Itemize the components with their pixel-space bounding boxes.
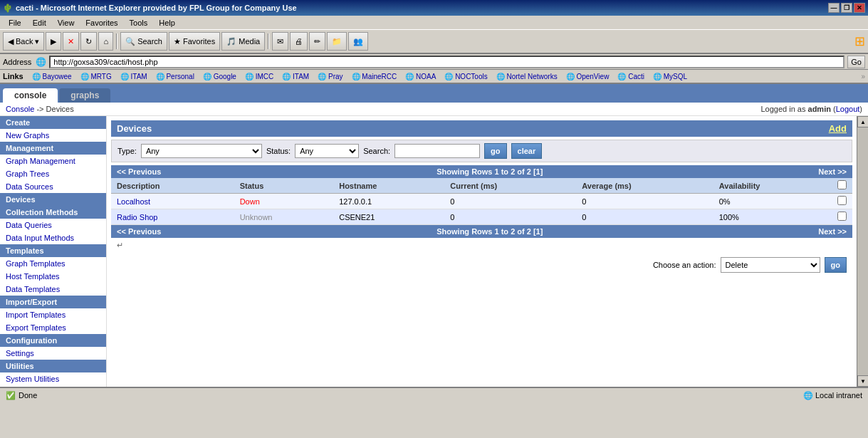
refresh-button[interactable]: ↻ <box>80 32 97 51</box>
row-checkbox-1[interactable] <box>837 212 847 221</box>
sidebar-item-graph-trees[interactable]: Graph Trees <box>0 167 106 180</box>
link-personal[interactable]: 🌐 Personal <box>152 72 199 81</box>
address-input[interactable] <box>49 56 845 68</box>
link-mrtg[interactable]: 🌐 MRTG <box>76 72 116 81</box>
col-availability: Availability <box>713 178 832 194</box>
link-mainercc[interactable]: 🌐 MaineRCC <box>347 72 402 81</box>
status-select[interactable]: Any <box>295 144 359 158</box>
go-button[interactable]: go <box>484 143 506 159</box>
next-link-top[interactable]: Next >> <box>818 167 847 176</box>
link-google[interactable]: 🌐 Google <box>199 72 241 81</box>
intranet-icon: 🌐 <box>803 391 813 400</box>
folder-icon: 📁 <box>332 37 342 46</box>
sidebar-item-export-templates[interactable]: Export Templates <box>0 321 106 334</box>
sidebar-item-new-graphs[interactable]: New Graphs <box>0 129 106 142</box>
sidebar-item-data-sources[interactable]: Data Sources <box>0 180 106 193</box>
login-info: Logged in as admin (Logout) <box>760 105 862 113</box>
showing-text-top: Showing Rows 1 to 2 of 2 [1] <box>436 167 543 176</box>
right-scrollbar[interactable]: ▲ ▼ <box>857 116 868 387</box>
tab-graphs[interactable]: graphs <box>59 88 110 103</box>
title-bar-icon: 🌵 <box>3 4 13 13</box>
prev-link-bottom[interactable]: << Previous <box>117 227 161 236</box>
menu-edit[interactable]: Edit <box>27 17 52 28</box>
home-button[interactable]: ⌂ <box>98 32 113 51</box>
action-select[interactable]: Delete <box>721 257 820 273</box>
sidebar-item-graph-management[interactable]: Graph Management <box>0 155 106 167</box>
device-link-0[interactable]: Localhost <box>117 197 150 206</box>
folder-button[interactable]: 📁 <box>327 32 347 51</box>
users-button[interactable]: 👥 <box>348 32 368 51</box>
sidebar-item-settings[interactable]: Settings <box>0 347 106 360</box>
sidebar-item-data-templates[interactable]: Data Templates <box>0 283 106 296</box>
sidebar-item-graph-templates[interactable]: Graph Templates <box>0 257 106 270</box>
breadcrumb-console-link[interactable]: Console <box>6 105 34 113</box>
link-noaa[interactable]: 🌐 NOAA <box>401 72 440 81</box>
back-icon: ◀ <box>8 37 14 46</box>
sidebar-item-data-input-methods[interactable]: Data Input Methods <box>0 231 106 244</box>
panel-title: Devices <box>117 123 152 134</box>
action-label: Choose an action: <box>653 261 716 269</box>
next-link-bottom[interactable]: Next >> <box>818 227 847 236</box>
forward-button[interactable]: ▶ <box>46 32 61 51</box>
link-bayowee[interactable]: 🌐 Bayowee <box>28 72 76 81</box>
scroll-up-button[interactable]: ▲ <box>857 116 868 127</box>
action-go-button[interactable]: go <box>825 257 847 273</box>
scroll-down-button[interactable]: ▼ <box>857 375 868 387</box>
sidebar-item-host-templates[interactable]: Host Templates <box>0 270 106 283</box>
sidebar-item-data-queries[interactable]: Data Queries <box>0 219 106 231</box>
sidebar-item-devices[interactable]: Devices <box>0 193 106 206</box>
edit-button[interactable]: ✏ <box>309 32 325 51</box>
cell-hostname-0: 127.0.0.1 <box>333 194 444 209</box>
cell-current-1: 0 <box>444 209 576 225</box>
sidebar-item-import-templates[interactable]: Import Templates <box>0 308 106 321</box>
link-itam1[interactable]: 🌐 ITAM <box>116 72 152 81</box>
restore-button[interactable]: ❐ <box>841 3 852 13</box>
media-button[interactable]: 🎵 Media <box>221 32 265 51</box>
cell-average-0: 0 <box>576 194 713 209</box>
mail-button[interactable]: ✉ <box>272 32 288 51</box>
breadcrumb-current: Devices <box>46 105 74 113</box>
link-mysql[interactable]: 🌐 MySQL <box>649 72 691 81</box>
tab-console[interactable]: console <box>3 88 58 103</box>
print-button[interactable]: 🖨 <box>290 32 308 51</box>
stop-button[interactable]: ✕ <box>63 32 79 51</box>
close-button[interactable]: ✕ <box>854 3 865 13</box>
menu-view[interactable]: View <box>52 17 80 28</box>
col-checkbox <box>832 178 852 194</box>
row-checkbox-0[interactable] <box>837 196 847 205</box>
status-left: ✅ Done <box>6 391 37 400</box>
return-icon: ↵ <box>117 241 123 249</box>
minimize-button[interactable]: — <box>828 3 840 13</box>
add-link[interactable]: Add <box>829 123 847 134</box>
clear-button[interactable]: clear <box>511 143 543 159</box>
sidebar-item-system-utilities[interactable]: System Utilities <box>0 372 106 385</box>
link-nortel[interactable]: 🌐 Nortel Networks <box>492 72 562 81</box>
search-input[interactable] <box>394 144 480 158</box>
cell-availability-1: 100% <box>713 209 832 225</box>
search-label: Search: <box>363 147 390 155</box>
favorites-button[interactable]: ★ Favorites <box>169 32 220 51</box>
back-button[interactable]: ◀ Back ▾ <box>3 32 44 51</box>
link-openview[interactable]: 🌐 OpenView <box>562 72 614 81</box>
menu-favorites[interactable]: Favorites <box>80 17 123 28</box>
menu-tools[interactable]: Tools <box>124 17 154 28</box>
link-pray[interactable]: 🌐 Pray <box>313 72 347 81</box>
type-select[interactable]: Any <box>141 144 262 158</box>
link-noctools[interactable]: 🌐 NOCTools <box>440 72 491 81</box>
content-wrapper: Create New Graphs Management Graph Manag… <box>0 116 868 387</box>
menu-file[interactable]: File <box>3 17 27 28</box>
device-link-1[interactable]: Radio Shop <box>117 213 158 221</box>
link-imcc[interactable]: 🌐 IMCC <box>241 72 278 81</box>
col-description: Description <box>111 178 234 194</box>
address-go-button[interactable]: Go <box>847 56 865 68</box>
panel-header: Devices Add <box>111 120 852 137</box>
search-button[interactable]: 🔍 Search <box>120 32 167 51</box>
link-cacti[interactable]: 🌐 Cacti <box>613 72 649 81</box>
select-all-checkbox[interactable] <box>837 180 847 189</box>
prev-link-top[interactable]: << Previous <box>117 167 161 176</box>
logout-link[interactable]: Logout <box>836 105 860 113</box>
showing-text-bottom: Showing Rows 1 to 2 of 2 [1] <box>436 227 543 236</box>
menu-help[interactable]: Help <box>153 17 181 28</box>
link-itam2[interactable]: 🌐 ITAM <box>278 72 313 81</box>
main-panel: Devices Add Type: Any Status: Any Search… <box>107 116 857 387</box>
